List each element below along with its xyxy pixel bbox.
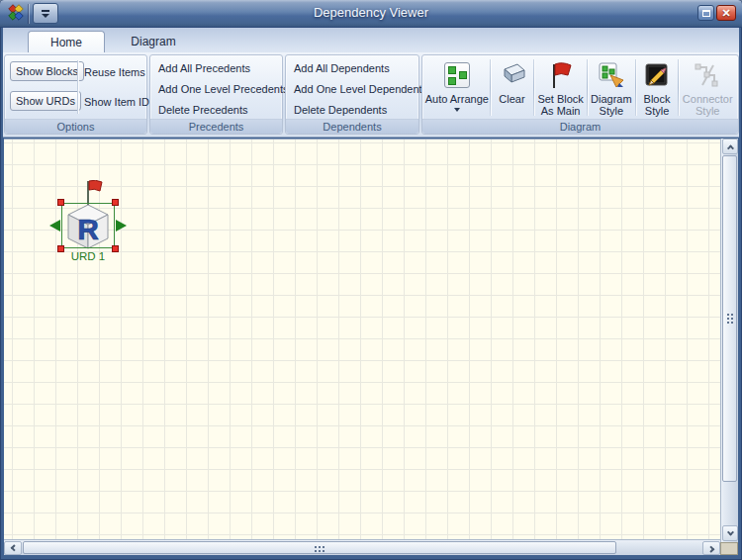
group-caption-precedents: Precedents <box>150 119 282 134</box>
selection-rectangle <box>61 203 115 248</box>
horizontal-scrollbar-thumb[interactable] <box>23 541 616 554</box>
window-title: Dependency Viewer <box>0 5 742 20</box>
group-caption-options: Options <box>5 119 146 134</box>
show-blocks-button[interactable]: Show Blocks <box>10 61 84 81</box>
ribbon-group-dependents: Add All Dependents Add One Level Depende… <box>285 54 419 135</box>
chevron-down-icon <box>726 528 733 535</box>
show-urds-button[interactable]: Show URDs <box>10 91 81 111</box>
show-item-id-button[interactable]: Show Item ID <box>84 96 149 108</box>
auto-arrange-blocks-icon <box>444 62 470 88</box>
auto-arrange-button[interactable]: Auto Arrange <box>424 56 490 119</box>
close-button[interactable]: ✕ <box>716 5 736 21</box>
ribbon-group-precedents: Add All Precedents Add One Level Precede… <box>149 54 283 135</box>
red-flag-icon <box>548 61 574 89</box>
ribbon-tab-bar: Home Diagram <box>3 28 739 52</box>
scroll-up-button[interactable] <box>722 139 738 154</box>
connector-handle-right[interactable] <box>116 220 127 232</box>
horizontal-scrollbar[interactable] <box>4 539 720 555</box>
delete-dependents-button[interactable]: Delete Dependents <box>294 104 387 116</box>
add-all-precedents-button[interactable]: Add All Precedents <box>158 62 250 74</box>
diagram-canvas[interactable]: R URD 1 <box>4 139 720 539</box>
ribbon-group-options: Show Blocks Show URDs Reuse Items Show I… <box>4 54 147 135</box>
add-all-dependents-button[interactable]: Add All Dependents <box>294 62 390 74</box>
ribbon-group-diagram: Auto Arrange Clear <box>421 54 739 135</box>
scroll-down-button[interactable] <box>722 525 738 541</box>
connector-icon <box>694 61 721 89</box>
delete-precedents-button[interactable]: Delete Precedents <box>158 104 248 116</box>
connector-style-button: Connector Style <box>679 56 736 119</box>
maximize-icon <box>702 10 710 17</box>
ribbon: Show Blocks Show URDs Reuse Items Show I… <box>3 52 739 138</box>
diagram-style-button[interactable]: Diagram Style <box>588 56 635 119</box>
vertical-scrollbar[interactable] <box>720 139 738 542</box>
titlebar[interactable]: Dependency Viewer ✕ <box>0 0 742 28</box>
block-label: URD 1 <box>51 250 125 262</box>
auto-arrange-dropdown-arrow[interactable] <box>454 108 460 112</box>
maximize-button[interactable] <box>697 5 714 21</box>
pencil-block-icon <box>643 61 671 89</box>
chevron-left-icon <box>10 544 17 551</box>
tab-diagram[interactable]: Diagram <box>110 31 197 52</box>
resize-handle-top-left[interactable] <box>57 199 64 206</box>
tab-home[interactable]: Home <box>28 31 105 52</box>
urd-block[interactable]: R URD 1 <box>61 203 115 248</box>
group-caption-diagram: Diagram <box>422 119 738 134</box>
app-window: Dependency Viewer ✕ Home Diagram Show Bl… <box>0 0 742 560</box>
connector-handle-left[interactable] <box>49 220 60 232</box>
thumb-grip <box>727 314 729 316</box>
add-one-level-precedents-button[interactable]: Add One Level Precedents <box>158 83 288 95</box>
add-one-level-dependents-button[interactable]: Add One Level Dependents <box>294 83 427 95</box>
close-icon: ✕ <box>721 7 730 20</box>
block-style-button[interactable]: Block Style <box>636 56 679 119</box>
group-caption-dependents: Dependents <box>286 119 418 134</box>
scroll-right-button[interactable] <box>702 541 720 555</box>
clear-button[interactable]: Clear <box>491 56 534 119</box>
thumb-grip <box>315 546 317 548</box>
style-brush-icon <box>598 61 625 89</box>
chevron-right-icon <box>707 545 714 552</box>
chevron-up-icon <box>726 144 733 151</box>
set-block-as-main-button[interactable]: Set Block As Main <box>534 56 587 119</box>
eraser-icon <box>498 62 525 88</box>
group-divider <box>77 60 78 114</box>
reuse-items-button[interactable]: Reuse Items <box>84 66 145 78</box>
scroll-left-button[interactable] <box>4 541 22 555</box>
resize-corner[interactable] <box>720 542 738 555</box>
vertical-scrollbar-thumb[interactable] <box>722 155 737 482</box>
resize-handle-top-right[interactable] <box>112 199 119 206</box>
